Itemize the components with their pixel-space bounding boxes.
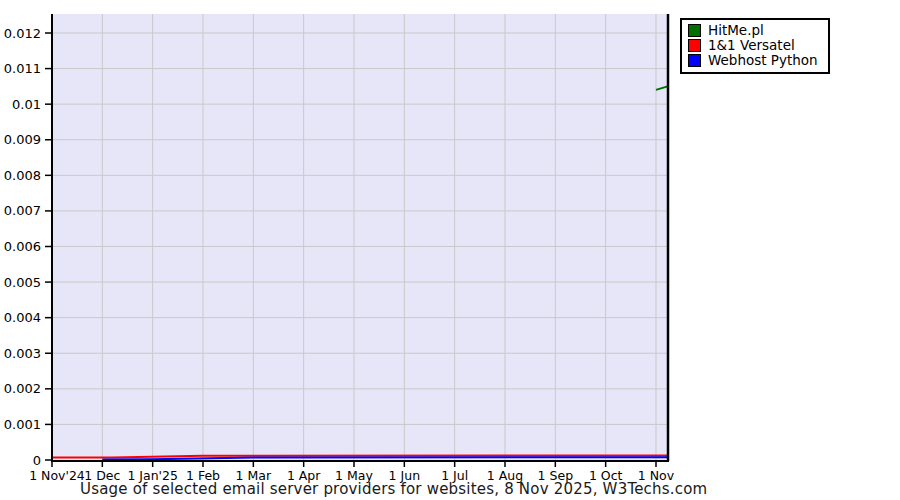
- y-tick-label: 0.003: [4, 346, 41, 361]
- plot-background: [52, 14, 668, 460]
- y-tick-label: 0.011: [4, 61, 41, 76]
- y-tick-label: 0.006: [4, 239, 41, 254]
- legend-label: 1&1 Versatel: [708, 38, 795, 53]
- x-tick-label: 1 Nov'24: [29, 468, 85, 483]
- y-tick-label: 0.008: [4, 168, 41, 183]
- usage-chart: 00.0010.0020.0030.0040.0050.0060.0070.00…: [0, 0, 900, 500]
- legend-swatch-green-icon: [688, 24, 701, 37]
- chart-caption: Usage of selected email server providers…: [80, 480, 707, 498]
- legend-swatch-blue-icon: [688, 54, 701, 67]
- legend-item: Webhost Python: [688, 53, 818, 68]
- y-tick-label: 0.01: [12, 97, 41, 112]
- y-tick-label: 0.009: [4, 132, 41, 147]
- legend-item: HitMe.pl: [688, 23, 818, 38]
- legend-label: Webhost Python: [708, 53, 818, 68]
- legend-label: HitMe.pl: [708, 23, 764, 38]
- legend: HitMe.pl 1&1 Versatel Webhost Python: [680, 18, 830, 74]
- y-tick-label: 0: [33, 453, 41, 468]
- w3techs-usage-chart-page: 00.0010.0020.0030.0040.0050.0060.0070.00…: [0, 0, 900, 500]
- y-tick-label: 0.004: [4, 310, 41, 325]
- y-tick-label: 0.005: [4, 275, 41, 290]
- y-tick-label: 0.002: [4, 381, 41, 396]
- y-tick-label: 0.007: [4, 203, 41, 218]
- legend-swatch-red-icon: [688, 39, 701, 52]
- y-tick-label: 0.001: [4, 417, 41, 432]
- y-tick-label: 0.012: [4, 26, 41, 41]
- legend-item: 1&1 Versatel: [688, 38, 818, 53]
